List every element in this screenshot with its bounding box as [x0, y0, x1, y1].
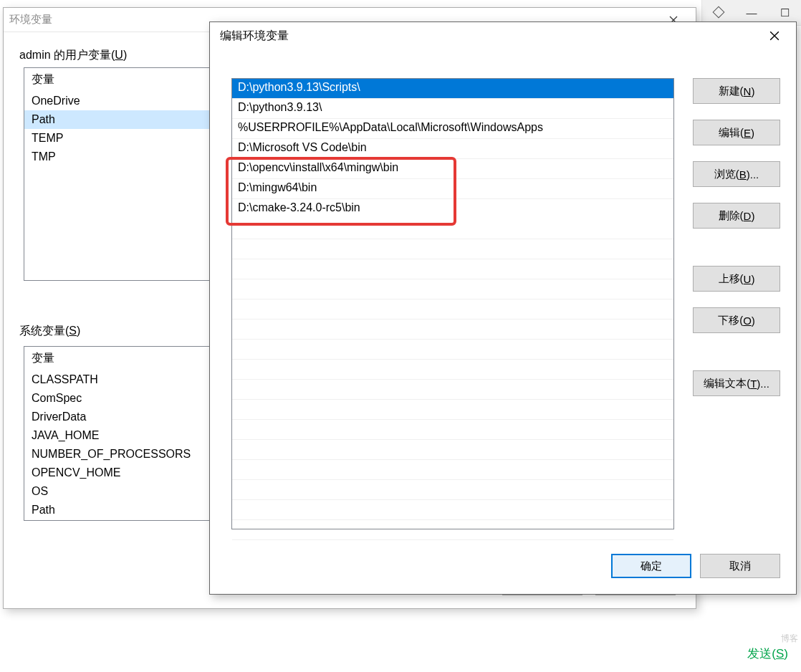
edit-dialog-title: 编辑环境变量: [220, 29, 289, 44]
edit-dialog-titlebar[interactable]: 编辑环境变量: [210, 22, 796, 49]
edit-button[interactable]: 编辑(E): [693, 120, 780, 145]
edit-env-variable-dialog: 编辑环境变量 D:\python3.9.13\Scripts\D:\python…: [209, 21, 797, 595]
browse-button[interactable]: 浏览(B)...: [693, 161, 780, 187]
move-up-button[interactable]: 上移(U): [693, 266, 780, 292]
watermark-text: 博客: [781, 633, 798, 645]
path-row[interactable]: D:\cmake-3.24.0-rc5\bin: [232, 199, 673, 219]
delete-button[interactable]: 删除(D): [693, 203, 780, 229]
edit-cancel-button[interactable]: 取消: [700, 554, 780, 578]
close-icon[interactable]: [757, 24, 792, 47]
edit-ok-button[interactable]: 确定: [611, 554, 691, 578]
send-link[interactable]: 发送(S): [747, 645, 788, 662]
move-down-button[interactable]: 下移(O): [693, 307, 780, 333]
path-row[interactable]: D:\opencv\install\x64\mingw\bin: [232, 159, 673, 179]
path-row[interactable]: D:\mingw64\bin: [232, 179, 673, 199]
env-dialog-title: 环境变量: [9, 13, 52, 27]
path-listbox[interactable]: D:\python3.9.13\Scripts\D:\python3.9.13\…: [231, 78, 674, 529]
path-row[interactable]: D:\Microsoft VS Code\bin: [232, 139, 673, 159]
new-button[interactable]: 新建(N): [693, 78, 780, 104]
path-row[interactable]: D:\python3.9.13\Scripts\: [232, 79, 673, 99]
path-row[interactable]: D:\python3.9.13\: [232, 99, 673, 119]
edit-text-button[interactable]: 编辑文本(T)...: [693, 370, 780, 396]
path-row[interactable]: %USERPROFILE%\AppData\Local\Microsoft\Wi…: [232, 119, 673, 139]
